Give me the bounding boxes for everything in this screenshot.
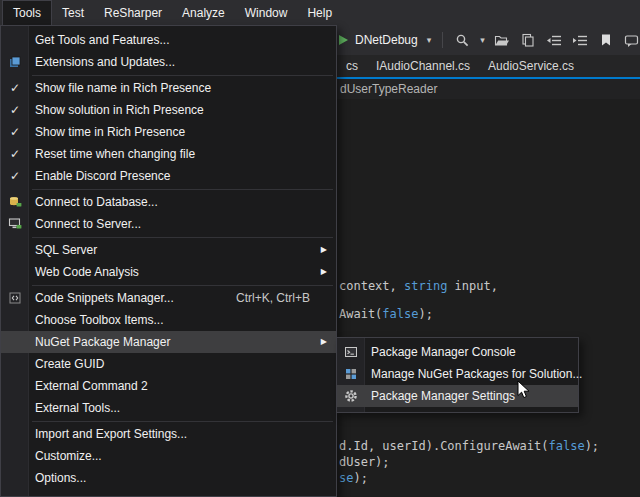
indent-icon[interactable] bbox=[571, 31, 588, 49]
menu-item-connect-to-database[interactable]: Connect to Database... bbox=[1, 191, 336, 213]
check-icon: ✓ bbox=[1, 126, 29, 138]
menu-item-label: Package Manager Console bbox=[365, 345, 578, 359]
menu-item-label: Reset time when changing file bbox=[29, 147, 336, 161]
menu-item-import-and-export-settings[interactable]: Import and Export Settings... bbox=[1, 423, 336, 445]
code-text: ); bbox=[353, 471, 367, 485]
menu-bar: Tools Test ReSharper Analyze Window Help bbox=[0, 0, 640, 25]
menu-item-external-tools[interactable]: External Tools... bbox=[1, 397, 336, 419]
menubar-item-analyze[interactable]: Analyze bbox=[172, 0, 235, 25]
bookmark-icon[interactable] bbox=[597, 31, 614, 49]
menu-item-extensions-and-updates[interactable]: Extensions and Updates... bbox=[1, 51, 336, 73]
code-text: ); bbox=[418, 307, 432, 321]
tab-label: IAudioChannel.cs bbox=[376, 59, 470, 73]
menu-item-customize[interactable]: Customize... bbox=[1, 445, 336, 467]
find-icon[interactable] bbox=[454, 31, 471, 49]
submenu-arrow-icon: ▶ bbox=[321, 268, 327, 276]
start-debug-icon[interactable] bbox=[339, 35, 348, 45]
toolbar-separator bbox=[442, 32, 443, 48]
open-folder-icon[interactable] bbox=[494, 31, 511, 49]
menu-item-web-code-analysis[interactable]: Web Code Analysis ▶ bbox=[1, 261, 336, 283]
menu-item-label: Connect to Server... bbox=[29, 217, 336, 231]
menu-item-options[interactable]: Options... bbox=[1, 467, 336, 489]
menu-item-sql-server[interactable]: SQL Server ▶ bbox=[1, 239, 336, 261]
menu-item-enable-discord-presence[interactable]: ✓ Enable Discord Presence bbox=[1, 165, 336, 187]
menu-item-package-manager-console[interactable]: Package Manager Console bbox=[337, 341, 578, 363]
menu-item-create-guid[interactable]: Create GUID bbox=[1, 353, 336, 375]
navbar-member-dropdown[interactable]: dUserTypeReader bbox=[340, 79, 437, 99]
menubar-item-help[interactable]: Help bbox=[297, 0, 342, 25]
code-text: ); bbox=[585, 439, 599, 453]
debug-target-label[interactable]: DNetDebug bbox=[355, 33, 418, 47]
menu-item-manage-nuget-packages-for-solution[interactable]: Manage NuGet Packages for Solution... bbox=[337, 363, 578, 385]
menu-item-label: Options... bbox=[29, 471, 336, 485]
tab-audioservice[interactable]: AudioService.cs bbox=[479, 55, 583, 77]
code-keyword: se bbox=[339, 471, 353, 485]
menu-item-external-command-2[interactable]: External Command 2 bbox=[1, 375, 336, 397]
code-text: Await( bbox=[339, 307, 382, 321]
check-icon: ✓ bbox=[1, 170, 29, 182]
menubar-item-window[interactable]: Window bbox=[235, 0, 298, 25]
menu-item-connect-to-server[interactable]: Connect to Server... bbox=[1, 213, 336, 235]
menu-item-choose-toolbox-items[interactable]: Choose Toolbox Items... bbox=[1, 309, 336, 331]
menu-item-label: Manage NuGet Packages for Solution... bbox=[365, 367, 582, 381]
chevron-down-icon[interactable]: ▾ bbox=[480, 36, 485, 45]
tab-label: cs bbox=[346, 59, 358, 73]
extensions-icon bbox=[1, 55, 29, 69]
nuget-submenu: Package Manager Console Manage NuGet Pac… bbox=[336, 337, 579, 413]
menu-item-label: NuGet Package Manager bbox=[29, 335, 336, 349]
menubar-item-tools[interactable]: Tools bbox=[2, 0, 52, 25]
chevron-down-icon[interactable]: ▾ bbox=[427, 36, 432, 45]
code-line: context, string input, bbox=[339, 278, 498, 294]
gear-icon bbox=[337, 389, 365, 403]
tab-document-partial[interactable]: cs bbox=[337, 55, 367, 77]
comment-icon[interactable] bbox=[623, 31, 640, 49]
tools-menu: Get Tools and Features... Extensions and… bbox=[0, 25, 337, 497]
menu-item-label: Package Manager Settings bbox=[365, 389, 578, 403]
menubar-item-resharper[interactable]: ReSharper bbox=[94, 0, 172, 25]
menu-item-label: External Command 2 bbox=[29, 379, 336, 393]
tab-label: AudioService.cs bbox=[488, 59, 574, 73]
code-line: se); bbox=[339, 470, 368, 486]
database-icon bbox=[1, 195, 29, 209]
menu-item-package-manager-settings[interactable]: Package Manager Settings bbox=[337, 385, 578, 407]
menu-item-show-file-name-in-rich-presence[interactable]: ✓ Show file name in Rich Presence bbox=[1, 77, 336, 99]
packages-icon bbox=[337, 367, 365, 381]
menu-item-label: Connect to Database... bbox=[29, 195, 336, 209]
menu-item-label: Show file name in Rich Presence bbox=[29, 81, 336, 95]
copy-documents-icon[interactable] bbox=[520, 31, 537, 49]
check-icon: ✓ bbox=[1, 104, 29, 116]
server-icon bbox=[1, 217, 29, 231]
menu-item-label: Show time in Rich Presence bbox=[29, 125, 336, 139]
code-keyword: false bbox=[382, 307, 418, 321]
menu-item-code-snippets-manager[interactable]: Code Snippets Manager... Ctrl+K, Ctrl+B bbox=[1, 287, 336, 309]
menu-item-show-time-in-rich-presence[interactable]: ✓ Show time in Rich Presence bbox=[1, 121, 336, 143]
code-text: input, bbox=[447, 279, 498, 293]
submenu-arrow-icon: ▶ bbox=[321, 246, 327, 254]
menubar-item-test[interactable]: Test bbox=[52, 0, 94, 25]
menu-item-get-tools-and-features[interactable]: Get Tools and Features... bbox=[1, 29, 336, 51]
vs-window: { "colors": { "accent": "#007acc", "menu… bbox=[0, 0, 640, 497]
menu-item-nuget-package-manager[interactable]: NuGet Package Manager ▶ bbox=[1, 331, 336, 353]
menu-item-label: Import and Export Settings... bbox=[29, 427, 336, 441]
menu-shortcut: Ctrl+K, Ctrl+B bbox=[236, 291, 336, 305]
menu-item-label: Enable Discord Presence bbox=[29, 169, 336, 183]
check-icon: ✓ bbox=[1, 82, 29, 94]
outdent-icon[interactable] bbox=[545, 31, 562, 49]
code-line: d.Id, userId).ConfigureAwait(false); bbox=[339, 438, 599, 454]
tab-iaudiochannel[interactable]: IAudioChannel.cs bbox=[367, 55, 479, 77]
code-text: d.Id, userId).ConfigureAwait( bbox=[339, 439, 549, 453]
menu-item-label: External Tools... bbox=[29, 401, 336, 415]
mouse-cursor bbox=[517, 380, 530, 399]
console-icon bbox=[337, 345, 365, 359]
menu-item-label: Create GUID bbox=[29, 357, 336, 371]
menu-item-reset-time-when-changing-file[interactable]: ✓ Reset time when changing file bbox=[1, 143, 336, 165]
snippets-icon bbox=[1, 291, 29, 305]
menu-item-label: Web Code Analysis bbox=[29, 265, 336, 279]
menu-item-label: Choose Toolbox Items... bbox=[29, 313, 336, 327]
code-line: Await(false); bbox=[339, 306, 433, 322]
menu-item-label: SQL Server bbox=[29, 243, 336, 257]
menu-item-label: Extensions and Updates... bbox=[29, 55, 336, 69]
code-text: dUser); bbox=[339, 455, 390, 469]
menu-item-show-solution-in-rich-presence[interactable]: ✓ Show solution in Rich Presence bbox=[1, 99, 336, 121]
code-line: dUser); bbox=[339, 454, 390, 470]
